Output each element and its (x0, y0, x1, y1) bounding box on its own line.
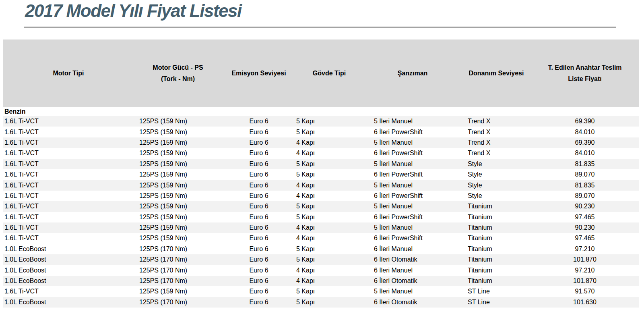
cell-sanziman: 6 İleri PowerShift (363, 212, 462, 222)
cell-govde: 4 Kapı (295, 276, 363, 286)
cell-fiyat: 69.390 (530, 137, 639, 148)
cell-motor: 1.6L Ti-VCT (3, 116, 134, 127)
cell-fiyat: 97.465 (530, 212, 639, 222)
column-header-govde-tipi: Gövde Tipi (295, 40, 363, 107)
cell-sanziman: 5 İleri Manuel (363, 159, 462, 169)
cell-motor: 1.6L Ti-VCT (3, 148, 134, 158)
cell-donanim: Titanium (462, 222, 530, 233)
price-table: Motor Tipi Motor Gücü - PS (Tork - Nm) E… (3, 40, 639, 308)
page-title: 2017 Model Yılı Fiyat Listesi (25, 1, 242, 21)
group-label: Benzin (4, 108, 25, 115)
table-row: 1.0L EcoBoost125PS (170 Nm)Euro 64 Kapı6… (3, 276, 639, 286)
table-row: 1.6L Ti-VCT125PS (159 Nm)Euro 64 Kapı5 İ… (3, 180, 639, 190)
cell-guc: 125PS (159 Nm) (134, 180, 222, 190)
cell-fiyat: 84.010 (530, 127, 639, 137)
table-row: 1.0L EcoBoost125PS (170 Nm)Euro 64 Kapı6… (3, 265, 639, 275)
cell-motor: 1.6L Ti-VCT (3, 286, 134, 297)
cell-fiyat: 89.070 (530, 191, 639, 201)
cell-emisyon: Euro 6 (222, 127, 295, 137)
cell-donanim: Titanium (462, 244, 530, 254)
cell-emisyon: Euro 6 (222, 201, 295, 212)
cell-donanim: Trend X (462, 137, 530, 148)
cell-govde: 5 Kapı (295, 169, 363, 180)
cell-emisyon: Euro 6 (222, 286, 295, 297)
cell-guc: 125PS (159 Nm) (134, 201, 222, 212)
cell-sanziman: 6 İleri PowerShift (363, 233, 462, 243)
cell-govde: 5 Kapı (295, 201, 363, 212)
cell-emisyon: Euro 6 (222, 159, 295, 169)
cell-guc: 125PS (170 Nm) (134, 265, 222, 275)
cell-guc: 125PS (170 Nm) (134, 276, 222, 286)
cell-motor: 1.6L Ti-VCT (3, 137, 134, 148)
cell-guc: 125PS (159 Nm) (134, 137, 222, 148)
cell-motor: 1.6L Ti-VCT (3, 212, 134, 222)
cell-emisyon: Euro 6 (222, 169, 295, 180)
cell-motor: 1.6L Ti-VCT (3, 127, 134, 137)
cell-donanim: Style (462, 169, 530, 180)
cell-govde: 5 Kapı (295, 127, 363, 137)
cell-fiyat: 97.465 (530, 233, 639, 243)
cell-guc: 125PS (159 Nm) (134, 127, 222, 137)
cell-fiyat: 69.390 (530, 116, 639, 127)
cell-fiyat: 81.835 (530, 180, 639, 190)
cell-govde: 5 Kapı (295, 286, 363, 297)
cell-donanim: Style (462, 191, 530, 201)
cell-motor: 1.6L Ti-VCT (3, 201, 134, 212)
cell-govde: 5 Kapı (295, 116, 363, 127)
cell-donanim: Trend X (462, 116, 530, 127)
cell-sanziman: 6 İleri PowerShift (363, 191, 462, 201)
cell-guc: 125PS (159 Nm) (134, 222, 222, 233)
column-header-motor-tipi: Motor Tipi (3, 40, 134, 107)
cell-govde: 5 Kapı (295, 244, 363, 254)
table-row: 1.6L Ti-VCT125PS (159 Nm)Euro 64 Kapı5 İ… (3, 222, 639, 233)
cell-govde: 4 Kapı (295, 137, 363, 148)
cell-sanziman: 5 İleri Manuel (363, 137, 462, 148)
cell-guc: 125PS (170 Nm) (134, 254, 222, 265)
column-header-label: Donanım Seviyesi (462, 68, 530, 79)
table-row: 1.6L Ti-VCT125PS (159 Nm)Euro 65 Kapı6 İ… (3, 127, 639, 137)
cell-sanziman: 6 İleri Otomatik (363, 276, 462, 286)
title-divider (24, 27, 616, 28)
table-row: 1.6L Ti-VCT125PS (159 Nm)Euro 64 Kapı6 İ… (3, 191, 639, 201)
cell-sanziman: 6 İleri Manuel (363, 244, 462, 254)
column-header-label: Motor Tipi (3, 68, 134, 79)
cell-sanziman: 6 İleri Otomatik (363, 297, 462, 308)
cell-sanziman: 6 İleri Manuel (363, 265, 462, 275)
cell-motor: 1.0L EcoBoost (3, 244, 134, 254)
cell-govde: 5 Kapı (295, 254, 363, 265)
table-row: 1.6L Ti-VCT125PS (159 Nm)Euro 65 Kapı6 İ… (3, 169, 639, 180)
cell-donanim: Style (462, 180, 530, 190)
cell-donanim: Titanium (462, 254, 530, 265)
table-row: 1.6L Ti-VCT125PS (159 Nm)Euro 64 Kapı6 İ… (3, 233, 639, 243)
cell-fiyat: 97.210 (530, 265, 639, 275)
table-header-row: Motor Tipi Motor Gücü - PS (Tork - Nm) E… (3, 40, 639, 107)
column-header-sanziman: Şanzıman (363, 40, 462, 107)
cell-emisyon: Euro 6 (222, 191, 295, 201)
column-header-sublabel: (Tork - Nm) (134, 73, 222, 85)
cell-guc: 125PS (159 Nm) (134, 286, 222, 297)
cell-fiyat: 84.010 (530, 148, 639, 158)
cell-govde: 4 Kapı (295, 191, 363, 201)
cell-motor: 1.6L Ti-VCT (3, 180, 134, 190)
table-row: 1.0L EcoBoost125PS (170 Nm)Euro 65 Kapı6… (3, 297, 639, 308)
cell-guc: 125PS (170 Nm) (134, 297, 222, 308)
column-header-label: Şanzıman (363, 68, 462, 79)
column-header-label: Emisyon Seviyesi (222, 68, 295, 79)
cell-motor: 1.0L EcoBoost (3, 254, 134, 265)
column-header-label: T. Edilen Anahtar Teslim (530, 62, 639, 73)
cell-donanim: ST Line (462, 297, 530, 308)
table-row: 1.6L Ti-VCT125PS (159 Nm)Euro 65 Kapı5 İ… (3, 286, 639, 297)
cell-emisyon: Euro 6 (222, 244, 295, 254)
cell-emisyon: Euro 6 (222, 148, 295, 158)
cell-fiyat: 90.230 (530, 222, 639, 233)
cell-guc: 125PS (159 Nm) (134, 148, 222, 158)
cell-motor: 1.6L Ti-VCT (3, 169, 134, 180)
cell-guc: 125PS (159 Nm) (134, 116, 222, 127)
cell-sanziman: 6 İleri PowerShift (363, 148, 462, 158)
cell-motor: 1.0L EcoBoost (3, 265, 134, 275)
cell-donanim: Trend X (462, 127, 530, 137)
cell-guc: 125PS (159 Nm) (134, 191, 222, 201)
cell-sanziman: 6 İleri PowerShift (363, 127, 462, 137)
cell-emisyon: Euro 6 (222, 276, 295, 286)
table-row: 1.0L EcoBoost125PS (170 Nm)Euro 65 Kapı6… (3, 254, 639, 265)
